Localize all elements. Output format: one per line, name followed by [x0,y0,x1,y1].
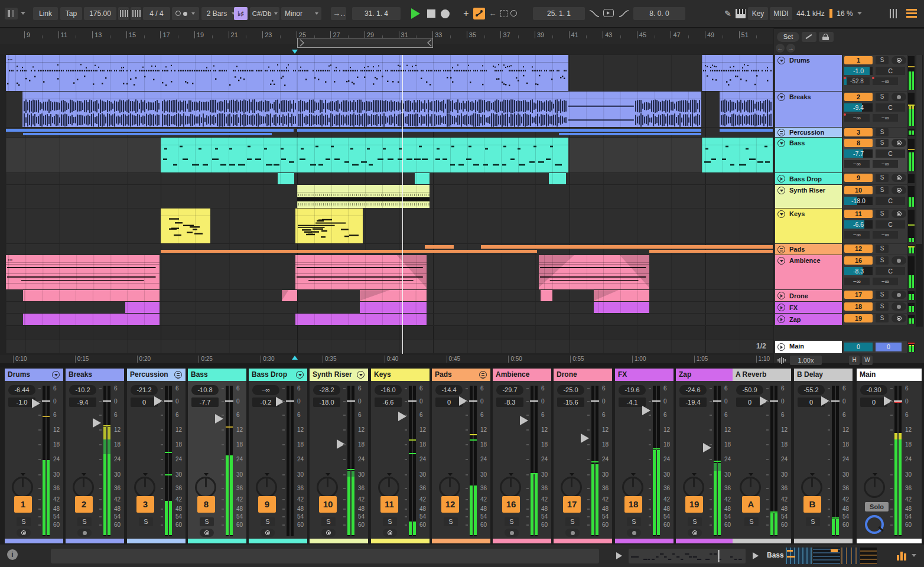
pan-display[interactable]: C [876,149,905,158]
link-button[interactable]: Link [33,7,58,20]
peak-level-display[interactable]: -19.6 [619,385,646,395]
track-name-keys[interactable]: Keys [775,208,842,243]
track-number-badge[interactable]: 9 [258,496,276,513]
mixer-strip-header[interactable]: Drums [5,369,63,381]
send-display[interactable]: −∞ [844,278,870,285]
track-row-bass[interactable] [6,138,773,172]
volume-fader[interactable] [32,399,40,408]
track-name-drums[interactable]: Drums [775,55,842,91]
mixer-strip-main[interactable]: Main-0.300606121824303642485460Solo [857,369,922,543]
vertical-bars-icon[interactable] [890,9,898,18]
mixer-strip-header[interactable]: Breaks [66,369,124,381]
mixer-strip-synth-riser[interactable]: Synth Riser-28.2-18.06061218243036424854… [310,369,368,543]
mixer-strip-footer[interactable] [127,539,186,543]
mixer-strip-footer[interactable] [432,539,490,543]
mixer-strip-header[interactable]: Main [857,369,922,381]
track-name-fx[interactable]: FX [775,302,842,313]
track-name-breaks[interactable]: Breaks [775,92,842,127]
track-row-percussion[interactable] [6,128,773,137]
send-display[interactable]: -52.8 [844,77,870,85]
pan-knob[interactable] [378,477,399,498]
lane-menu-icon[interactable] [777,129,785,136]
clip-lane-percussion[interactable] [23,133,271,135]
track-row-synthriser[interactable] [6,185,773,208]
clip-bassdrop[interactable] [415,173,430,184]
selection-brackets-icon[interactable] [500,10,507,17]
arrangement-position-display[interactable]: 31. 1. 4 [352,7,401,20]
midi-map-button[interactable]: MIDI [770,7,792,20]
clip-lane-percussion[interactable] [720,129,772,132]
solo-button[interactable]: S [876,245,889,253]
track-number-badge[interactable]: 19 [844,314,873,322]
record-arm-button[interactable] [892,302,906,311]
mixer-strip-footer[interactable] [5,539,63,543]
mixer-strip-b-delay[interactable]: B Delay-55.20606121824303642485460BS [794,369,853,543]
pan-knob[interactable] [622,477,643,498]
pan-display[interactable]: C [876,220,905,229]
clip-lane-percussion[interactable] [559,133,701,135]
clip-fx[interactable] [125,302,160,313]
volume-fader[interactable] [398,412,406,421]
width-button[interactable]: W [862,356,873,365]
send-display[interactable]: −∞ [844,160,870,168]
track-number-badge[interactable]: 8 [197,496,215,513]
mixer-strip-zap[interactable]: Zap-24.6-19.460612182430364248546019S [676,369,734,543]
mixer-strip-header[interactable]: Zap [676,369,734,381]
unfold-icon[interactable] [777,343,785,351]
main-vol-display[interactable]: 0 [876,343,902,351]
volume-display[interactable]: -1.0 [844,67,873,75]
volume-display[interactable]: -19.4 [679,397,707,407]
history-back-button[interactable]: ← [776,44,785,53]
volume-display[interactable]: -18.0 [313,397,340,407]
play-button[interactable] [411,8,420,19]
pan-knob[interactable] [317,477,338,498]
track-row-keys[interactable] [6,208,773,243]
record-button[interactable] [441,9,450,18]
keyboard-icon[interactable] [736,9,746,18]
track-name-main[interactable]: Main [775,341,842,353]
peak-level-display[interactable]: −∞ [252,385,279,395]
panel-caret-icon[interactable] [21,12,25,15]
clip-fx[interactable] [360,302,426,313]
clip-drums[interactable] [297,55,433,91]
solo-button[interactable]: S [876,210,889,218]
set-button[interactable]: Set [777,32,799,42]
punch-circle-icon[interactable] [510,10,517,17]
pan-knob[interactable] [12,477,33,498]
mixer-strip-footer[interactable] [249,539,307,543]
track-number-badge[interactable]: 9 [844,174,873,182]
track-number-badge[interactable]: 10 [319,496,337,513]
cue-volume-knob[interactable] [865,515,884,534]
mixer-view-icon[interactable] [897,550,907,561]
track-number-badge[interactable]: 16 [502,496,520,513]
speaker-icon-button[interactable] [200,529,214,537]
punch-position-display[interactable]: 25. 1. 1 [533,7,585,20]
record-arm-button[interactable] [892,93,906,101]
status-input-box[interactable] [51,549,599,563]
clip-drone[interactable] [360,290,426,301]
track-row-bassdrop[interactable] [6,173,773,184]
clip-ambience[interactable] [539,255,649,289]
unfold-icon[interactable] [777,315,785,323]
track-name-zap[interactable]: Zap [775,314,842,325]
tempo-value[interactable]: 175.00 [84,7,116,20]
mixer-strip-header[interactable]: Percussion [127,369,186,381]
loop-length-display[interactable]: 8. 0. 0 [633,7,685,20]
track-number-badge[interactable]: 1 [844,56,873,64]
mixer-strip-bass[interactable]: Bass-10.8-7.76061218243036424854608S [188,369,246,543]
pan-display[interactable]: C [876,103,905,112]
track-name-drone[interactable]: Drone [775,290,842,301]
device-thumbnail[interactable] [813,548,840,564]
clip-drums[interactable] [702,55,773,91]
record-arm-button[interactable] [77,529,92,537]
pan-knob[interactable] [256,477,277,498]
lane-menu-icon[interactable] [174,371,182,379]
mixer-strip-ambience[interactable]: Ambience-29.7-8.360612182430364248546016… [493,369,551,543]
clip-preview[interactable] [629,549,746,563]
fade-in-icon[interactable] [618,8,630,19]
clip-drone[interactable] [594,290,649,301]
solo-button[interactable]: S [688,517,702,526]
fade-out-icon[interactable] [588,8,600,19]
scale-name-menu[interactable]: Minor [281,7,321,20]
solo-button[interactable]: S [876,186,889,194]
